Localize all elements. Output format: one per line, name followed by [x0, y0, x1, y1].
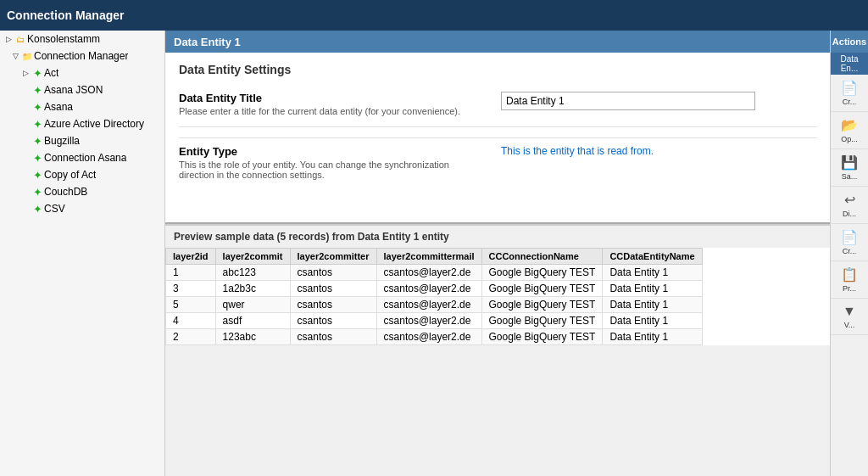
- sidebar-item-asana[interactable]: ✦ Asana: [0, 98, 164, 115]
- actions-header: Actions: [831, 31, 868, 53]
- sidebar-item-act[interactable]: ▷ ✦ Act: [0, 64, 164, 81]
- sidebar-item-bugzilla[interactable]: ✦ Bugzilla: [0, 132, 164, 149]
- table-cell: csantos@layer2.de: [376, 281, 481, 297]
- sidebar-item-label: Act: [44, 67, 58, 79]
- action-icon: 📄: [841, 229, 858, 245]
- entity-title-label-group: Data Entity Title Please enter a title f…: [179, 92, 484, 116]
- sidebar-item-connection-manager[interactable]: ▽ 📁 Connection Manager: [0, 48, 164, 64]
- expand-icon[interactable]: ▷: [3, 34, 14, 44]
- table-cell: Google BigQuery TEST: [481, 281, 603, 297]
- folder-icon: 📁: [20, 49, 34, 63]
- sidebar-item-label: Asana: [44, 101, 73, 113]
- app-title: Connection Manager: [7, 8, 124, 22]
- action-icon: 📂: [841, 117, 858, 133]
- sidebar-item-label: CouchDB: [44, 186, 87, 198]
- preview-tbody: 1abc123csantoscsantos@layer2.deGoogle Bi…: [166, 265, 703, 345]
- action-item-more[interactable]: ▼V...: [831, 299, 868, 335]
- sidebar-item-copy-of-act[interactable]: ✦ Copy of Act: [0, 166, 164, 183]
- action-label: Sa...: [842, 172, 858, 181]
- preview-table: layer2idlayer2commitlayer2committerlayer…: [165, 248, 703, 345]
- table-cell: csantos: [290, 313, 376, 329]
- column-header: CCConnectionName: [481, 249, 603, 265]
- sidebar-item-couchdb[interactable]: ✦ CouchDB: [0, 183, 164, 200]
- table-cell: csantos: [290, 265, 376, 281]
- table-cell: Google BigQuery TEST: [481, 265, 603, 281]
- bottom-section: Preview sample data (5 records) from Dat…: [165, 222, 830, 345]
- action-label: V...: [844, 321, 855, 329]
- panel-header: Data Entity 1: [165, 31, 830, 53]
- sidebar-item-azure-active-directory[interactable]: ✦ Azure Active Directory: [0, 115, 164, 132]
- sidebar-item-konsolenstamm[interactable]: ▷ 🗂 Konsolenstamm: [0, 31, 164, 48]
- entity-title-desc: Please enter a title for the current dat…: [179, 106, 484, 116]
- action-item-open[interactable]: 📂Op...: [831, 112, 868, 149]
- table-row: 5qwercsantoscsantos@layer2.deGoogle BigQ…: [166, 297, 703, 313]
- action-item-create2[interactable]: 📄Cr...: [831, 224, 868, 261]
- table-cell: Data Entity 1: [603, 281, 702, 297]
- sidebar-item-asana-json[interactable]: ✦ Asana JSON: [0, 81, 164, 98]
- sidebar-item-label: Connection Asana: [44, 152, 126, 164]
- table-cell: Google BigQuery TEST: [481, 313, 603, 329]
- action-icon: 📋: [841, 266, 858, 283]
- table-cell: csantos: [290, 281, 376, 297]
- table-cell: 4: [166, 313, 216, 329]
- table-cell: asdf: [215, 313, 290, 329]
- entity-title-input-group: [501, 92, 816, 110]
- entity-type-info: This is the entity that is read from.: [501, 145, 816, 157]
- green-star-icon: ✦: [31, 168, 44, 182]
- sidebar-item-label: CSV: [44, 203, 65, 215]
- actions-tab[interactable]: Data En...: [831, 53, 868, 75]
- table-cell: Data Entity 1: [603, 329, 702, 345]
- table-cell: 3: [166, 281, 216, 297]
- panel-title: Data Entity 1: [174, 36, 241, 48]
- sidebar-item-csv[interactable]: ✦ CSV: [0, 200, 164, 217]
- table-cell: abc123: [215, 265, 290, 281]
- right-panel: Actions Data En... 📄Cr...📂Op...💾Sa...↩Di…: [830, 31, 868, 476]
- action-item-preview[interactable]: 📋Pr...: [831, 261, 868, 299]
- action-icon: ↩: [844, 192, 855, 208]
- table-row: 31a2b3ccsantoscsantos@layer2.deGoogle Bi…: [166, 281, 703, 297]
- sidebar: ▷ 🗂 Konsolenstamm ▽ 📁 Connection Manager…: [0, 31, 165, 476]
- table-cell: csantos@layer2.de: [376, 265, 481, 281]
- column-header: layer2commit: [215, 249, 290, 265]
- expand-icon[interactable]: ▷: [20, 68, 31, 78]
- table-cell: 1: [166, 265, 216, 281]
- action-label: Cr...: [843, 247, 857, 255]
- action-item-create[interactable]: 📄Cr...: [831, 75, 868, 112]
- entity-title-input[interactable]: [501, 92, 755, 110]
- green-star-icon: ✦: [31, 83, 44, 97]
- green-star-icon: ✦: [31, 66, 44, 80]
- divider: [179, 126, 816, 127]
- table-cell: 123abc: [215, 329, 290, 345]
- folder-icon: 🗂: [14, 32, 27, 46]
- table-cell: qwer: [215, 297, 290, 313]
- sidebar-item-label: Asana JSON: [44, 84, 103, 96]
- content-area: Data Entity 1 Data Entity Settings Data …: [165, 31, 830, 476]
- table-cell: Data Entity 1: [603, 265, 702, 281]
- action-items-container: 📄Cr...📂Op...💾Sa...↩Di...📄Cr...📋Pr...▼V..…: [831, 75, 868, 335]
- action-icon: ▼: [843, 304, 856, 319]
- sidebar-item-connection-asana[interactable]: ✦ Connection Asana: [0, 149, 164, 166]
- sidebar-item-label: Connection Manager: [34, 50, 128, 62]
- action-icon: 📄: [841, 80, 858, 96]
- table-cell: 5: [166, 297, 216, 313]
- sidebar-item-label: Azure Active Directory: [44, 118, 144, 130]
- action-item-save[interactable]: 💾Sa...: [831, 149, 868, 187]
- action-item-discard[interactable]: ↩Di...: [831, 187, 868, 224]
- action-label: Cr...: [843, 98, 857, 106]
- column-header: CCDataEntityName: [603, 249, 702, 265]
- green-star-icon: ✦: [31, 151, 44, 165]
- entity-type-label: Entity Type: [179, 145, 484, 158]
- table-cell: csantos@layer2.de: [376, 329, 481, 345]
- expand-icon[interactable]: ▽: [10, 51, 20, 61]
- table-cell: csantos: [290, 329, 376, 345]
- action-label: Pr...: [843, 284, 856, 293]
- preview-thead: layer2idlayer2commitlayer2committerlayer…: [166, 249, 703, 265]
- table-cell: 1a2b3c: [215, 281, 290, 297]
- green-star-icon: ✦: [31, 185, 44, 199]
- column-header: layer2id: [166, 249, 216, 265]
- table-cell: Data Entity 1: [603, 297, 702, 313]
- entity-type-desc: This is the role of your entity. You can…: [179, 160, 484, 180]
- main-layout: ▷ 🗂 Konsolenstamm ▽ 📁 Connection Manager…: [0, 31, 868, 476]
- panel-body: Data Entity Settings Data Entity Title P…: [165, 53, 830, 222]
- entity-title-group: Data Entity Title Please enter a title f…: [179, 92, 816, 116]
